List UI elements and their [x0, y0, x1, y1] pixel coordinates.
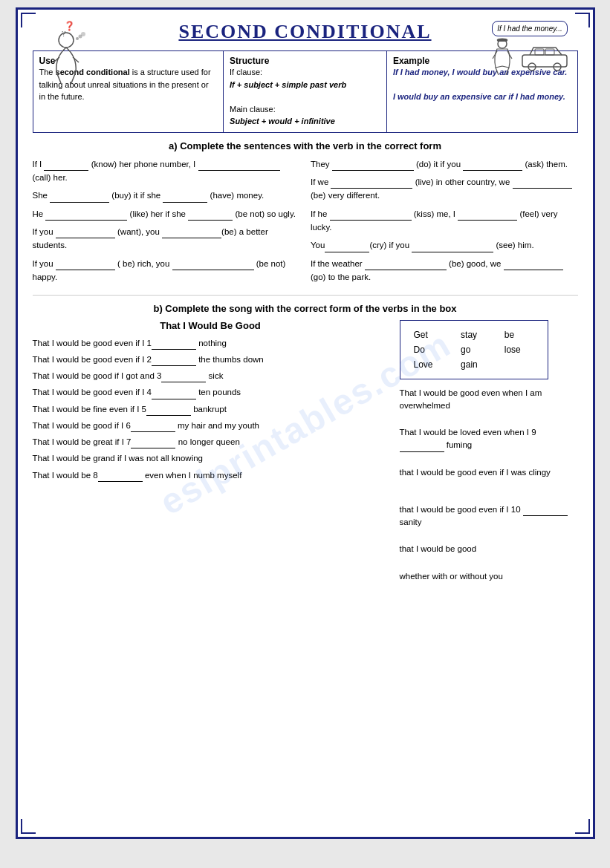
- exercise-item-7: If we (live) in other country, we (be) v…: [311, 175, 578, 203]
- exercise-item-10: If the weather (be) good, we (go) to the…: [311, 257, 578, 284]
- blank-s10: [523, 506, 568, 516]
- verb-love: Love: [408, 358, 454, 371]
- blank-8b: [458, 210, 517, 221]
- blank-5a: [56, 260, 115, 270]
- song-verse-3: That I would be good if I got and 3 sick: [33, 370, 389, 382]
- blank-2a: [50, 192, 109, 203]
- main-clause-formula: Subject + would + infinitive: [230, 117, 335, 125]
- verb-empty: [499, 358, 540, 371]
- blank-s8: [98, 471, 143, 482]
- verb-be: be: [499, 328, 540, 342]
- blank-9b: [412, 242, 493, 252]
- verb-do: Do: [408, 343, 454, 356]
- if-clause-formula: If + subject + simple past verb: [230, 80, 346, 89]
- exercise-item-6: They (do) it if you (ask) them.: [311, 157, 578, 171]
- blank-s5: [146, 405, 191, 416]
- svg-point-2: [76, 37, 79, 40]
- exercise-item-3: He (like) her if she (be not) so ugly.: [33, 207, 300, 221]
- song-verse-6: That I would be good if I 6 my hair and …: [33, 420, 389, 432]
- song-right-3: that I would be good even if I was cling…: [400, 466, 578, 479]
- section-divider: [33, 295, 578, 296]
- structure-body: If clause: If + subject + simple past ve…: [230, 66, 380, 128]
- song-verse-5: That I would be fine even if I 5 bankrup…: [33, 403, 389, 416]
- thinking-figure: ❓ ?: [40, 21, 100, 80]
- svg-rect-9: [535, 49, 544, 55]
- blank-s6: [131, 422, 175, 432]
- blank-s9: [400, 442, 444, 452]
- blank-3b: [188, 210, 233, 221]
- blank-6b: [463, 160, 522, 171]
- blank-s7: [131, 438, 175, 448]
- verb-lose: lose: [499, 343, 540, 356]
- song-right-5: that I would be good: [400, 543, 578, 555]
- blank-7a: [331, 178, 412, 189]
- song-verse-2: That I would be good even if I 2 the thu…: [33, 353, 389, 366]
- speech-bubble: If I had the money...: [492, 21, 568, 36]
- blank-5b: [172, 260, 254, 270]
- blank-10a: [365, 260, 447, 270]
- exercise-item-2: She (buy) it if she (have) money.: [33, 189, 300, 202]
- corner-br: [575, 819, 590, 834]
- page: eslprintables.com ❓ ? SECOND C: [16, 7, 595, 839]
- svg-point-0: [59, 33, 74, 48]
- main-clause-label: Main clause:: [230, 105, 276, 114]
- blank-s1: [152, 339, 196, 350]
- svg-point-4: [81, 32, 85, 36]
- structure-header: Structure: [230, 56, 380, 66]
- verb-box: Get stay be Do go lose Love gain: [400, 320, 548, 379]
- section-b-header: b) Complete the song with the correct fo…: [33, 303, 578, 314]
- song-verse-4: That I would be good even if I 4 ten pou…: [33, 386, 389, 399]
- song-verse-8: That I would be grand if I was not all k…: [33, 452, 389, 465]
- blank-6a: [332, 160, 414, 171]
- exercise-area-a: If I (know) her phone number, I (call) h…: [33, 157, 578, 289]
- header: ❓ ? SECOND CONDITIONAL: [33, 21, 578, 43]
- bubble-area: If I had the money...: [481, 21, 571, 75]
- song-section: That I Would Be Good That I would be goo…: [33, 320, 578, 587]
- blank-7b: [513, 178, 572, 189]
- exercise-item-1: If I (know) her phone number, I (call) h…: [33, 157, 300, 185]
- blank-2b: [163, 192, 207, 203]
- blank-9a: [325, 242, 369, 252]
- song-right-4: that I would be good even if I 10 sanity: [400, 503, 578, 529]
- svg-rect-10: [545, 49, 554, 55]
- song-right-6: whether with or without you: [400, 570, 578, 583]
- blank-s2: [152, 356, 196, 366]
- verb-get: Get: [408, 328, 454, 342]
- example2: I would buy an expensive car if I had mo…: [393, 91, 571, 103]
- svg-text:?: ?: [62, 31, 66, 38]
- exercise-col-left: If I (know) her phone number, I (call) h…: [33, 157, 300, 289]
- exercise-item-9: You(cry) if you (see) him.: [311, 238, 578, 252]
- if-clause-label: If clause:: [230, 68, 262, 76]
- verb-go: go: [455, 343, 497, 356]
- song-verse-9: That I would be 8 even when I numb mysel…: [33, 469, 389, 482]
- song-right-1: That I would be good even when I am over…: [400, 387, 578, 413]
- song-right-2: That I would be loved even when I 9 fumi…: [400, 426, 578, 452]
- blank-10b: [504, 260, 563, 270]
- verb-stay: stay: [455, 328, 497, 342]
- blank-s4: [152, 389, 196, 399]
- song-title: That I Would Be Good: [33, 320, 389, 331]
- blank-8a: [330, 210, 412, 221]
- song-verse-1: That I would be good even if I 1 nothing: [33, 337, 389, 350]
- section-a-header: a) Complete the sentences with the verb …: [33, 140, 578, 151]
- blank-4b: [162, 228, 221, 238]
- song-verse-7: That I would be great if I 7 no longer q…: [33, 436, 389, 448]
- song-right: Get stay be Do go lose Love gain: [400, 320, 578, 587]
- exercise-item-4: If you (want), you (be) a better student…: [33, 225, 300, 252]
- blank-3a: [45, 210, 127, 221]
- blank-1b: [198, 160, 280, 171]
- verb-gain: gain: [455, 358, 497, 371]
- song-left: That I Would Be Good That I would be goo…: [33, 320, 389, 587]
- blank-4a: [56, 228, 115, 238]
- exercise-item-8: If he (kiss) me, I (feel) very lucky.: [311, 207, 578, 235]
- blank-s3: [161, 372, 206, 382]
- blank-1a: [44, 160, 88, 171]
- exercise-item-5: If you ( be) rich, you (be not) happy.: [33, 257, 300, 284]
- exercise-col-right: They (do) it if you (ask) them. If we (l…: [311, 157, 578, 289]
- corner-bl: [21, 819, 36, 834]
